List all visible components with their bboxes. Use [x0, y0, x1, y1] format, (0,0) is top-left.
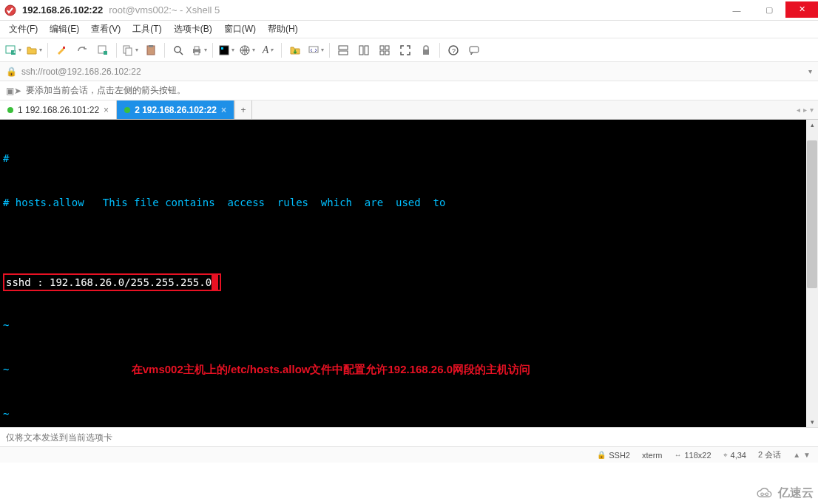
terminal-highlight-line: sshd : 192.168.26.0/255.255.255.0	[3, 273, 815, 288]
xftp-button[interactable]	[286, 41, 304, 59]
status-cursor: ⌖4,34	[723, 451, 746, 460]
toolbar: + A ?	[0, 38, 818, 62]
tile-vertical-button[interactable]	[355, 41, 373, 59]
menu-view[interactable]: 查看(V)	[85, 21, 126, 37]
lock-icon: 🔒	[6, 67, 17, 77]
menu-file[interactable]: 文件(F)	[3, 21, 44, 37]
send-input[interactable]	[6, 432, 812, 443]
menu-help[interactable]: 帮助(H)	[262, 21, 304, 37]
address-bar[interactable]: 🔒 ssh://root@192.168.26.102:22 ▾	[0, 62, 818, 81]
watermark: 亿速云	[754, 486, 814, 501]
tab-session-1[interactable]: 1 192.168.26.101:22 ×	[0, 101, 117, 119]
address-dropdown-icon[interactable]: ▾	[808, 67, 812, 75]
separator	[47, 43, 48, 58]
svg-text:?: ?	[452, 47, 456, 55]
session-hint-bar: ▣➤ 要添加当前会话，点击左侧的箭头按钮。	[0, 81, 818, 101]
titlebar: 192.168.26.102:22 root@vms002:~ - Xshell…	[0, 0, 818, 21]
svg-point-11	[175, 47, 180, 52]
copy-button[interactable]	[121, 41, 139, 59]
highlight-button[interactable]	[53, 41, 70, 59]
updown-icon: ▼	[803, 451, 811, 459]
terminal-line: # hosts.allow This file contains access …	[3, 195, 815, 210]
separator	[329, 43, 330, 58]
tab-label: 2 192.168.26.102:22	[135, 105, 217, 115]
separator	[439, 43, 440, 58]
scroll-thumb[interactable]	[807, 140, 817, 288]
encoding-button[interactable]	[238, 41, 256, 59]
status-menu[interactable]: ▲▼	[793, 451, 811, 459]
menu-tools[interactable]: 工具(T)	[126, 21, 167, 37]
status-sessions: 2 会话	[758, 449, 781, 460]
svg-point-32	[761, 492, 764, 495]
menu-edit[interactable]: 编辑(E)	[44, 21, 85, 37]
menu-window[interactable]: 窗口(W)	[218, 21, 262, 37]
cursor-icon: ⌖	[723, 451, 728, 460]
feedback-button[interactable]	[465, 41, 483, 59]
svg-rect-4	[63, 47, 65, 49]
tab-next-icon[interactable]: ▸	[803, 106, 807, 114]
status-size: ↔118x22	[674, 451, 711, 460]
terminal-tilde: ~	[3, 406, 815, 421]
vertical-scrollbar[interactable]: ▴ ▾	[806, 120, 818, 427]
svg-rect-10	[149, 45, 153, 47]
maximize-button[interactable]: ▢	[753, 1, 785, 19]
tab-close-icon[interactable]: ×	[104, 105, 109, 115]
scroll-down-icon[interactable]: ▾	[806, 417, 818, 427]
properties-button[interactable]	[94, 41, 112, 59]
tab-prev-icon[interactable]: ◂	[797, 106, 800, 114]
status-bar: 🔒SSH2 xterm ↔118x22 ⌖4,34 2 会话 ▲▼	[0, 446, 818, 463]
tab-nav: ◂ ▸ ▾	[792, 101, 818, 119]
separator	[164, 43, 165, 58]
svg-rect-14	[195, 47, 199, 50]
svg-rect-27	[385, 51, 389, 55]
svg-rect-26	[380, 51, 384, 55]
separator	[281, 43, 282, 58]
updown-icon: ▲	[793, 451, 800, 459]
scroll-up-icon[interactable]: ▴	[806, 120, 818, 130]
svg-rect-24	[380, 46, 384, 50]
svg-rect-23	[365, 46, 368, 55]
transfer-button[interactable]	[307, 41, 325, 59]
svg-line-12	[180, 52, 183, 55]
svg-rect-21	[339, 51, 348, 55]
cursor	[212, 275, 218, 290]
tab-session-2[interactable]: 2 192.168.26.102:22 ×	[117, 101, 234, 119]
status-protocol: 🔒SSH2	[597, 451, 630, 460]
new-tab-button[interactable]: +	[234, 101, 252, 119]
fullscreen-button[interactable]	[396, 41, 414, 59]
color-scheme-button[interactable]	[217, 41, 235, 59]
send-input-bar	[0, 427, 818, 446]
svg-rect-25	[385, 46, 389, 50]
resize-icon: ↔	[674, 451, 681, 459]
svg-point-33	[765, 492, 768, 495]
open-button[interactable]	[25, 41, 43, 59]
reconnect-button[interactable]	[73, 41, 91, 59]
terminal-tilde: ~	[3, 318, 815, 333]
svg-rect-19	[309, 47, 318, 52]
add-session-icon[interactable]: ▣➤	[6, 86, 21, 96]
tile-grid-button[interactable]	[376, 41, 393, 59]
terminal-line: #	[3, 151, 815, 166]
print-button[interactable]	[190, 41, 208, 59]
terminal[interactable]: # # hosts.allow This file contains acces…	[0, 120, 818, 427]
svg-rect-28	[423, 50, 429, 55]
close-button[interactable]: ✕	[785, 1, 818, 18]
session-hint-text: 要添加当前会话，点击左侧的箭头按钮。	[26, 84, 186, 97]
separator	[116, 43, 117, 58]
title-app: root@vms002:~ - Xshell 5	[109, 4, 220, 16]
svg-rect-31	[470, 47, 479, 52]
tile-horizontal-button[interactable]	[334, 41, 352, 59]
menu-tabs[interactable]: 选项卡(B)	[168, 21, 218, 37]
find-button[interactable]	[169, 41, 187, 59]
status-dot-icon	[7, 107, 13, 113]
font-button[interactable]: A	[259, 41, 277, 59]
tab-close-icon[interactable]: ×	[221, 105, 226, 115]
tab-menu-icon[interactable]: ▾	[810, 106, 814, 114]
paste-button[interactable]	[142, 41, 160, 59]
title-host: 192.168.26.102:22	[22, 4, 103, 16]
minimize-button[interactable]: —	[720, 1, 753, 19]
lock-button[interactable]	[417, 41, 435, 59]
new-session-button[interactable]: +	[4, 41, 22, 59]
help-button[interactable]: ?	[445, 41, 462, 59]
svg-text:+: +	[13, 49, 16, 55]
